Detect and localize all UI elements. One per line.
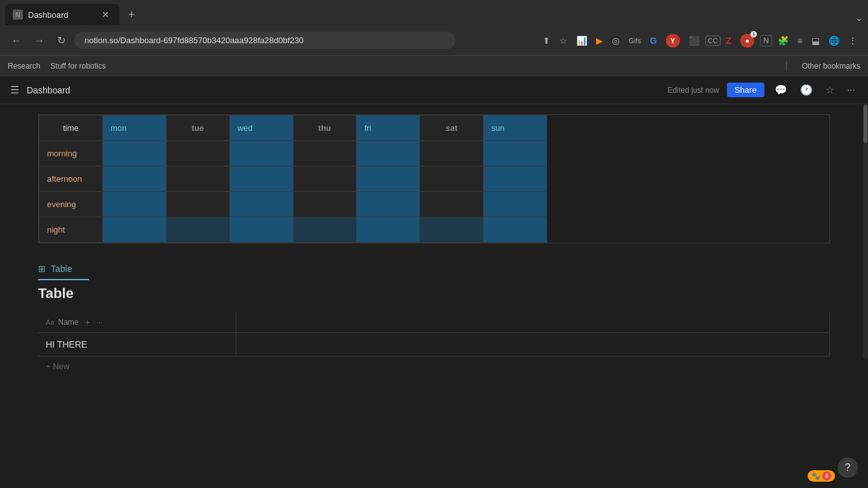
row-name-0[interactable]: HI THERE	[38, 333, 236, 356]
cell-afternoon-day-0[interactable]	[102, 166, 166, 192]
tab-menu-button[interactable]: ⌄	[855, 13, 863, 23]
vpn-icon[interactable]: ◎	[609, 33, 623, 48]
cc-icon[interactable]: CC	[705, 36, 721, 46]
time-label-night: night	[39, 217, 103, 243]
notion-menu-icon[interactable]: ☰	[10, 84, 19, 96]
bookmark-robotics[interactable]: Stuff for robotics	[50, 62, 105, 71]
cell-evening-day-6[interactable]	[484, 192, 547, 217]
cell-afternoon-day-6[interactable]	[484, 166, 547, 192]
gifs-icon[interactable]: Gifs	[625, 34, 644, 47]
sun-header: sun	[484, 116, 547, 141]
help-button[interactable]: ?	[837, 458, 858, 478]
table-section: ⊞ Table Table Aa Name + ···	[38, 259, 830, 376]
more-button[interactable]: ⋮	[845, 33, 860, 48]
history-icon[interactable]: 🕐	[797, 81, 815, 98]
database-table: Aa Name + ··· HI THERE	[38, 312, 830, 356]
toolbar-icons: ⬆ ☆ 📊 ▶ ◎ Gifs G Y ⬛ CC Z ●1 N 🧩 ≡ ⬓ 🌐 ⋮	[539, 31, 860, 50]
cell-afternoon-day-1[interactable]	[166, 166, 229, 192]
cell-afternoon-day-2[interactable]	[229, 166, 293, 192]
cell-night-day-2[interactable]	[229, 217, 293, 243]
red-dot-icon[interactable]: ●1	[737, 31, 757, 50]
notion-header: ☰ Dashboard Edited just now Share 💬 🕐 ☆ …	[0, 76, 868, 104]
reload-button[interactable]: ↻	[53, 32, 69, 49]
sidebar-icon[interactable]: ⬓	[808, 33, 823, 48]
cell-evening-day-0[interactable]	[102, 192, 166, 217]
favorite-icon[interactable]: ☆	[823, 81, 837, 98]
cell-evening-day-2[interactable]	[229, 192, 293, 217]
empty-column	[236, 312, 829, 333]
bookmark-research[interactable]: Research	[8, 62, 40, 71]
share-button[interactable]: Share	[727, 83, 764, 97]
cell-morning-day-1[interactable]	[166, 141, 229, 166]
bookmark-star-icon[interactable]: ☆	[556, 33, 571, 48]
cell-morning-day-0[interactable]	[102, 141, 166, 166]
active-tab[interactable]: N Dashboard ✕	[5, 4, 119, 25]
mon-header: mon	[102, 116, 166, 141]
forward-button[interactable]: →	[31, 32, 48, 49]
table-section-label[interactable]: Table	[51, 264, 72, 274]
time-label-morning: morning	[39, 141, 103, 166]
column-more-button[interactable]: ···	[97, 318, 103, 327]
cell-morning-day-4[interactable]	[356, 141, 420, 166]
cell-evening-day-1[interactable]	[166, 192, 229, 217]
scrollbar[interactable]	[863, 104, 868, 358]
cell-morning-day-2[interactable]	[229, 141, 293, 166]
notification-emoji: 🐾	[811, 472, 820, 480]
tab-close-button[interactable]: ✕	[99, 8, 112, 21]
cell-night-day-5[interactable]	[420, 217, 484, 243]
notion-content: time mon tue wed	[0, 104, 868, 488]
row-extra-0	[236, 333, 829, 356]
extension-bar-icon[interactable]: 📊	[573, 33, 590, 48]
new-tab-button[interactable]: +	[125, 7, 139, 23]
earth-icon[interactable]: 🌐	[825, 33, 843, 48]
notion-n-icon[interactable]: N	[760, 35, 772, 46]
cell-evening-day-5[interactable]	[420, 192, 484, 217]
other-bookmarks[interactable]: Other bookmarks	[802, 62, 860, 71]
cell-evening-day-3[interactable]	[293, 192, 356, 217]
new-row-label: + New	[46, 362, 69, 371]
cell-night-day-6[interactable]	[484, 217, 547, 243]
cell-afternoon-day-4[interactable]	[356, 166, 420, 192]
fri-header: fri	[356, 116, 420, 141]
aa-prefix: Aa	[46, 318, 54, 326]
red-y-icon[interactable]: Y	[663, 31, 683, 50]
notification-count: 3	[822, 471, 831, 480]
cell-evening-day-4[interactable]	[356, 192, 420, 217]
sat-header: sat	[420, 116, 484, 141]
add-column-button[interactable]: +	[82, 317, 92, 327]
name-column-header[interactable]: Aa Name + ···	[38, 312, 236, 333]
wed-header: wed	[229, 116, 293, 141]
cell-morning-day-5[interactable]	[420, 141, 484, 166]
table-section-header: ⊞ Table	[38, 259, 89, 280]
zotero-icon[interactable]: Z	[723, 33, 735, 48]
comment-icon[interactable]: 💬	[772, 81, 790, 98]
cell-night-day-3[interactable]	[293, 217, 356, 243]
screen-icon[interactable]: ⬛	[686, 33, 703, 48]
cell-afternoon-day-5[interactable]	[420, 166, 484, 192]
g-icon[interactable]: G	[647, 33, 660, 48]
bookmarks-separator	[786, 61, 787, 71]
cell-morning-day-3[interactable]	[293, 141, 356, 166]
tab-favicon: N	[13, 10, 23, 20]
table-row[interactable]: HI THERE	[38, 333, 830, 356]
cell-night-day-0[interactable]	[102, 217, 166, 243]
time-col-header: time	[39, 116, 103, 141]
scroll-thumb[interactable]	[864, 105, 867, 143]
name-label: Name	[58, 318, 78, 327]
cell-afternoon-day-3[interactable]	[293, 166, 356, 192]
more-options-icon[interactable]: ···	[844, 82, 858, 98]
puzzle-icon[interactable]: 🧩	[775, 33, 792, 48]
brave-icon[interactable]: ▶	[593, 33, 606, 48]
cell-night-day-4[interactable]	[356, 217, 420, 243]
cell-night-day-1[interactable]	[166, 217, 229, 243]
share-icon[interactable]: ⬆	[539, 33, 553, 48]
back-button[interactable]: ←	[8, 32, 25, 49]
new-row-button[interactable]: + New	[38, 356, 830, 376]
page-title: Dashboard	[27, 85, 71, 95]
cell-morning-day-6[interactable]	[484, 141, 547, 166]
url-input[interactable]	[74, 32, 456, 49]
notification-badge[interactable]: 🐾 3	[808, 470, 835, 482]
thu-header: thu	[293, 116, 356, 141]
schedule-grid: time mon tue wed	[38, 114, 830, 243]
list-icon[interactable]: ≡	[794, 33, 806, 48]
